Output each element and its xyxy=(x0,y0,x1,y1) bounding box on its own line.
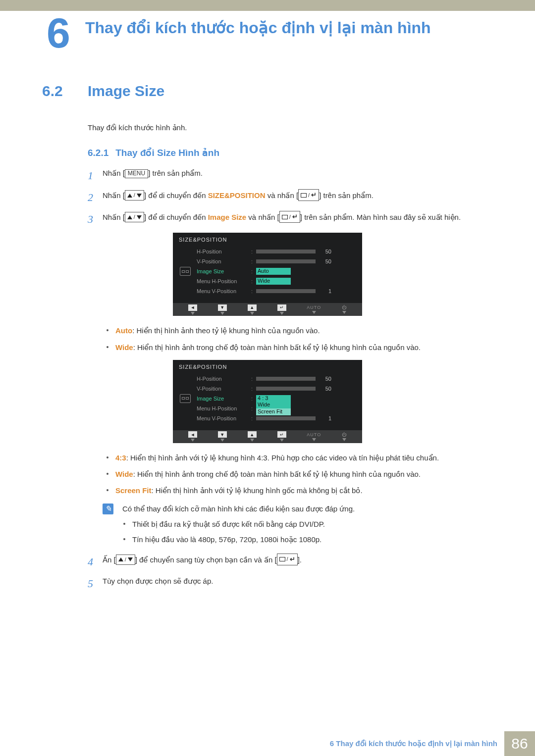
osd-label: Menu V-Position xyxy=(197,415,251,421)
option-list-1: Auto: Hiển thị hình ảnh theo tỷ lệ khung… xyxy=(42,325,493,353)
page-content: 6.2Image Size Thay đổi kích thước hình ả… xyxy=(0,53,535,592)
osd-nav-left-icon: ◄ xyxy=(188,431,197,442)
osd-row-menuh: Menu H-Position: Wide xyxy=(197,276,356,286)
enter-key-icon: /↵ xyxy=(298,189,319,201)
subsection-title: Thay đổi Size Hình ảnh xyxy=(115,148,219,158)
term: Wide xyxy=(115,343,133,352)
osd-nav-enter-icon: ↵ xyxy=(277,304,286,315)
t: và nhấn [ xyxy=(246,213,279,221)
step-num: 5 xyxy=(88,575,103,592)
kw: Image Size xyxy=(208,213,247,221)
page-number: 86 xyxy=(504,731,535,756)
footer-title: 6 Thay đổi kích thước hoặc định vị lại m… xyxy=(323,731,504,756)
chapter-header: 6 Thay đổi kích thước hoặc định vị lại m… xyxy=(0,8,535,53)
step-1: 1 Nhấn [MENU] trên sản phẩm. xyxy=(88,167,493,184)
osd-value: 1 xyxy=(319,415,331,421)
up-down-key-icon: / xyxy=(125,190,144,201)
step-text: Nhấn [MENU] trên sản phẩm. xyxy=(103,167,493,179)
osd-label: V-Position xyxy=(197,386,251,392)
osd-nav-power-icon: ⏻ xyxy=(342,305,347,314)
step-text: Nhấn [/] để di chuyển đến Image Size và … xyxy=(103,211,493,223)
section-heading: 6.2Image Size xyxy=(42,83,493,100)
desc: : Hiển thị hình ảnh trong chế độ toàn mà… xyxy=(133,343,421,352)
step-num: 3 xyxy=(88,211,103,228)
osd-title: SIZE&POSITION xyxy=(179,237,356,243)
osd-category-icon xyxy=(179,247,192,296)
osd-row-imagesize: Image Size: Auto xyxy=(197,266,356,276)
osd-row-hposition: H-Position: 50 xyxy=(197,247,356,256)
page-footer: 6 Thay đổi kích thước hoặc định vị lại m… xyxy=(0,731,535,756)
list-item: Auto: Hiển thị hình ảnh theo tỷ lệ khung… xyxy=(107,325,493,336)
t: ] để di chuyển đến xyxy=(144,191,208,200)
t: ] trên sản phẩm. Màn hình sau đây sẽ xuấ… xyxy=(300,213,461,221)
desc: : Hiển thị hình ảnh với tỷ lệ khung hình… xyxy=(152,486,363,495)
osd-footer: ◄ ▼ ▲ ↵ AUTO ⏻ xyxy=(173,430,362,443)
osd-nav-power-icon: ⏻ xyxy=(342,432,347,441)
osd-nav-down-icon: ▼ xyxy=(218,304,227,315)
osd-nav-down-icon: ▼ xyxy=(218,431,227,442)
note-text: Có thể thay đổi kích cỡ màn hình khi các… xyxy=(122,504,493,515)
osd-nav-enter-icon: ↵ xyxy=(277,431,286,442)
desc: : Hiển thị hình ảnh với tỷ lệ khung hình… xyxy=(126,454,439,462)
term: 4:3 xyxy=(115,454,126,462)
list-item: Wide: Hiển thị hình ảnh trong chế độ toà… xyxy=(107,342,493,353)
list-item: 4:3: Hiển thị hình ảnh với tỷ lệ khung h… xyxy=(107,452,493,463)
osd-row-vposition: V-Position: 50 xyxy=(197,384,356,394)
osd-label: H-Position xyxy=(197,376,251,382)
term: Wide xyxy=(115,470,133,478)
term: Screen Fit xyxy=(115,486,152,495)
osd-label: Menu H-Position xyxy=(197,278,251,284)
step-list-cont: 4 Ấn [/] để chuyển sang tùy chọn bạn cần… xyxy=(42,554,493,592)
osd-label: Menu H-Position xyxy=(197,405,251,411)
step-text: Nhấn [/] để di chuyển đến SIZE&POSITION … xyxy=(103,189,493,201)
menu-key-icon: MENU xyxy=(125,169,148,178)
step-4: 4 Ấn [/] để chuyển sang tùy chọn bạn cần… xyxy=(88,554,493,570)
step-2: 2 Nhấn [/] để di chuyển đến SIZE&POSITIO… xyxy=(88,189,493,206)
osd-nav-left-icon: ◄ xyxy=(188,304,197,315)
osd-title: SIZE&POSITION xyxy=(179,364,356,370)
osd-option-selected: Auto xyxy=(256,268,291,275)
list-item: Wide: Hiển thị hình ảnh trong chế độ toà… xyxy=(107,468,493,480)
osd-value: 50 xyxy=(319,376,331,382)
osd-nav-up-icon: ▲ xyxy=(248,304,257,315)
t: Nhấn [ xyxy=(103,169,125,177)
osd-nav-up-icon: ▲ xyxy=(248,431,257,442)
kw: SIZE&POSITION xyxy=(208,191,266,200)
osd-option-selected: 4 : 3 xyxy=(256,395,291,402)
osd-screenshot-2: SIZE&POSITION H-Position: 50 V-Position:… xyxy=(42,360,493,443)
section-title: Image Size xyxy=(88,83,164,99)
osd-row-hposition: H-Position: 50 xyxy=(197,374,356,384)
t: Nhấn [ xyxy=(103,213,125,221)
step-num: 2 xyxy=(88,189,103,206)
osd-footer: ◄ ▼ ▲ ↵ AUTO ⏻ xyxy=(173,303,362,316)
osd-option: Wide xyxy=(256,402,291,408)
list-item: Screen Fit: Hiển thị hình ảnh với tỷ lệ … xyxy=(107,485,493,496)
desc: : Hiển thị hình ảnh theo tỷ lệ khung hìn… xyxy=(132,326,320,335)
note-block: ✎ Có thể thay đổi kích cỡ màn hình khi c… xyxy=(42,504,493,515)
osd-label: Image Size xyxy=(197,268,251,274)
chapter-number: 6 xyxy=(39,8,78,53)
osd-nav-auto: AUTO xyxy=(307,432,321,441)
osd-value: 50 xyxy=(319,249,331,254)
osd-row-menuh: Menu H-Position: WideScreen Fit xyxy=(197,403,356,413)
osd-panel: SIZE&POSITION H-Position: 50 V-Position:… xyxy=(173,233,362,316)
section-number: 6.2 xyxy=(42,83,88,100)
subsection-number: 6.2.1 xyxy=(88,148,108,158)
enter-key-icon: /↵ xyxy=(279,211,300,223)
osd-category-icon xyxy=(179,374,192,423)
up-down-key-icon: / xyxy=(125,212,144,222)
t: ] để chuyển sang tùy chọn bạn cần và ấn … xyxy=(135,555,277,563)
list-item: Thiết bị đầu ra kỹ thuật số được kết nối… xyxy=(123,518,493,530)
term: Auto xyxy=(115,326,132,335)
enter-key-icon: /↵ xyxy=(277,554,298,565)
step-num: 4 xyxy=(88,554,103,570)
osd-row-menuv: Menu V-Position: 1 xyxy=(197,286,356,296)
t: ] trên sản phẩm. xyxy=(319,191,374,200)
step-3: 3 Nhấn [/] để di chuyển đến Image Size v… xyxy=(88,211,493,228)
t: và nhấn [ xyxy=(266,191,299,200)
t: ] để di chuyển đến xyxy=(144,213,208,221)
step-text: Tùy chọn được chọn sẽ được áp. xyxy=(103,575,493,587)
osd-label: V-Position xyxy=(197,258,251,264)
osd-label: Menu V-Position xyxy=(197,288,251,294)
osd-value: 1 xyxy=(319,288,331,294)
